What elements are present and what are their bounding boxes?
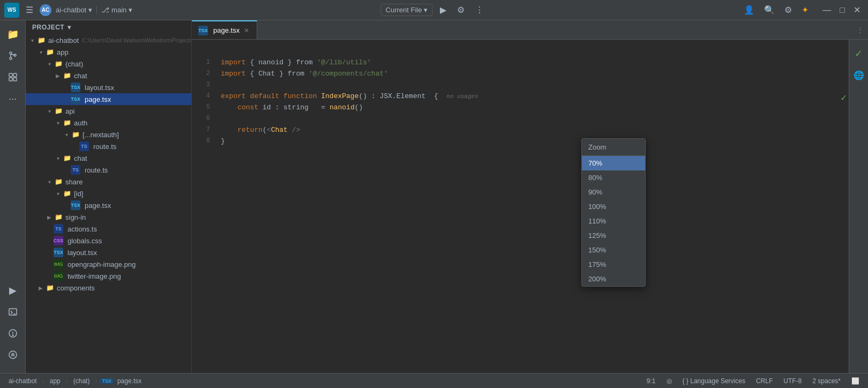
zoom-option-80[interactable]: 80% bbox=[582, 170, 645, 185]
minimize-button[interactable]: — bbox=[819, 4, 834, 16]
more-actions-button[interactable]: ⋮ bbox=[472, 3, 487, 17]
zoom-option-200[interactable]: 200% bbox=[582, 272, 645, 286]
arrow-api: ▾ bbox=[45, 108, 54, 114]
status-project[interactable]: ai-chatbot bbox=[6, 376, 39, 386]
tsx-icon-page-share: TSX bbox=[71, 200, 80, 210]
branch-button[interactable]: ⎇ main ▾ bbox=[96, 6, 132, 14]
tab-more-button[interactable]: ⋮ bbox=[852, 26, 868, 34]
status-folder[interactable]: app bbox=[48, 376, 63, 386]
img-icon-opengraph: IMG bbox=[54, 259, 63, 269]
code-editor[interactable]: 1 import { nanoid } from '@/lib/utils' 2… bbox=[192, 40, 868, 373]
zoom-option-110[interactable]: 110% bbox=[582, 214, 645, 228]
tree-item-chat-group[interactable]: ▾ 📁 (chat) bbox=[26, 58, 191, 70]
browser-preview-icon[interactable]: 🌐 bbox=[849, 65, 869, 85]
completion-check-icon[interactable]: ✓ bbox=[849, 44, 869, 63]
sidebar-item-plugins[interactable] bbox=[3, 68, 23, 87]
zoom-option-90[interactable]: 90% bbox=[582, 185, 645, 199]
maximize-button[interactable]: □ bbox=[836, 4, 848, 16]
folder-icon-auth: 📁 bbox=[62, 118, 72, 128]
sidebar-item-vcs[interactable] bbox=[3, 46, 23, 65]
breadcrumb-sep-1: › bbox=[42, 377, 44, 385]
tab-tsx-icon: TSX bbox=[198, 26, 208, 35]
status-nav-icon[interactable]: ◎ bbox=[664, 376, 674, 386]
tree-item-components[interactable]: ▶ 📁 components bbox=[26, 282, 191, 294]
tree-item-api[interactable]: ▾ 📁 api bbox=[26, 105, 191, 117]
build-button[interactable]: ⚙ bbox=[454, 3, 468, 17]
tree-item-route-ts-chat[interactable]: TS route.ts bbox=[26, 164, 191, 176]
branch-icon: ⎇ bbox=[101, 6, 109, 14]
tree-item-ai-chatbot[interactable]: ▾ 📁 ai-chatbot C:\Users\David Watson\Web… bbox=[26, 34, 191, 46]
close-button[interactable]: ✕ bbox=[850, 4, 864, 16]
status-subfolder[interactable]: (chat) bbox=[71, 376, 92, 386]
status-file[interactable]: page.tsx bbox=[115, 376, 144, 386]
svg-point-13 bbox=[12, 335, 13, 336]
tree-item-app[interactable]: ▾ 📁 app bbox=[26, 46, 191, 58]
status-position[interactable]: 9:1 bbox=[645, 376, 658, 386]
code-line-empty bbox=[192, 46, 868, 57]
tsx-icon-page-chat: TSX bbox=[71, 94, 80, 104]
tab-page-tsx[interactable]: TSX page.tsx ✕ bbox=[192, 20, 257, 39]
tree-item-actions-ts[interactable]: TS actions.ts bbox=[26, 223, 191, 235]
tree-item-sign-in[interactable]: ▶ 📁 sign-in bbox=[26, 211, 191, 223]
status-encoding[interactable]: UTF-8 bbox=[781, 376, 804, 386]
zoom-option-175[interactable]: 175% bbox=[582, 257, 645, 272]
zoom-option-125[interactable]: 125% bbox=[582, 228, 645, 243]
tree-item-chat-subfolder[interactable]: ▶ 📁 chat bbox=[26, 70, 191, 81]
svg-rect-8 bbox=[13, 78, 17, 81]
label-route-ts-auth: route.ts bbox=[93, 143, 116, 151]
account-button[interactable]: 👤 bbox=[740, 3, 758, 17]
status-language-services[interactable]: { } Language Services bbox=[680, 376, 747, 386]
search-button[interactable]: 🔍 bbox=[761, 3, 778, 17]
problems-icon[interactable] bbox=[3, 324, 23, 343]
run-button[interactable]: ▶ bbox=[437, 3, 450, 17]
svg-point-1 bbox=[10, 57, 12, 59]
tab-close-button[interactable]: ✕ bbox=[243, 26, 250, 35]
code-line-4: 4 export default function IndexPage() : … bbox=[192, 91, 868, 102]
svg-rect-7 bbox=[9, 78, 12, 81]
tree-item-nextauth[interactable]: ▾ 📁 [...nextauth] bbox=[26, 129, 191, 140]
zoom-option-150[interactable]: 150% bbox=[582, 243, 645, 257]
tree-item-id[interactable]: ▾ 📁 [id] bbox=[26, 188, 191, 199]
label-components: components bbox=[57, 284, 95, 292]
tree-item-auth[interactable]: ▾ 📁 auth bbox=[26, 117, 191, 129]
settings-button[interactable]: ⚙ bbox=[781, 3, 795, 17]
code-line-6: 6 bbox=[192, 114, 868, 125]
status-layout-icon[interactable]: ⬜ bbox=[849, 376, 862, 386]
tree-item-opengraph[interactable]: IMG opengraph-image.png bbox=[26, 258, 191, 270]
tsx-icon-layout-app: TSX bbox=[54, 248, 63, 257]
zoom-option-70[interactable]: 70% bbox=[582, 156, 645, 170]
tree-item-chat-api[interactable]: ▾ 📁 chat bbox=[26, 152, 191, 164]
label-nextauth: [...nextauth] bbox=[83, 131, 119, 139]
hamburger-menu[interactable]: ☰ bbox=[24, 3, 35, 17]
tree-item-twitter[interactable]: IMG twitter-image.png bbox=[26, 270, 191, 282]
folder-icon-chat-api: 📁 bbox=[62, 153, 72, 163]
project-dropdown-icon[interactable]: ▾ bbox=[68, 24, 71, 31]
sidebar-item-more[interactable]: ··· bbox=[3, 89, 23, 108]
code-line-5: 5 const id : string = nanoid() bbox=[192, 102, 868, 114]
run-panel-icon[interactable]: ▶ bbox=[3, 281, 23, 300]
zoom-option-100[interactable]: 100% bbox=[582, 199, 645, 214]
tree-item-page-tsx-share[interactable]: TSX page.tsx bbox=[26, 199, 191, 211]
ai-assistant-button[interactable]: ✦ bbox=[798, 3, 812, 17]
terminal-icon[interactable] bbox=[3, 302, 23, 322]
tree-item-share[interactable]: ▾ 📁 share bbox=[26, 176, 191, 188]
tsx-icon-layout: TSX bbox=[71, 83, 80, 92]
ts-icon-actions: TS bbox=[54, 224, 63, 234]
label-chat-group: (chat) bbox=[65, 60, 83, 68]
project-badge: AC bbox=[40, 4, 51, 16]
tree-item-route-ts-auth[interactable]: TS route.ts bbox=[26, 140, 191, 152]
git-changes-icon[interactable] bbox=[3, 345, 23, 364]
current-file-button[interactable]: Current File ▾ bbox=[381, 4, 433, 16]
sidebar-item-project[interactable]: 📁 bbox=[3, 25, 23, 44]
sidebar: Project ▾ ▾ 📁 ai-chatbot C:\Users\David … bbox=[26, 20, 192, 373]
activity-bar: 📁 ··· ▶ bbox=[0, 20, 26, 373]
folder-icon-api: 📁 bbox=[54, 106, 63, 116]
status-indent[interactable]: 2 spaces* bbox=[810, 376, 843, 386]
project-name-button[interactable]: ai-chatbot ▾ bbox=[56, 6, 92, 14]
tree-item-globals-css[interactable]: CSS globals.css bbox=[26, 235, 191, 247]
zoom-dropdown: Zoom 70% 80% 90% 100% 110% 125% 150% 175… bbox=[581, 138, 646, 287]
tree-item-page-tsx-chat[interactable]: TSX page.tsx bbox=[26, 93, 191, 105]
tree-item-layout-tsx[interactable]: TSX layout.tsx bbox=[26, 81, 191, 93]
status-line-ending[interactable]: CRLF bbox=[754, 376, 775, 386]
tree-item-layout-tsx-app[interactable]: TSX layout.tsx bbox=[26, 247, 191, 258]
